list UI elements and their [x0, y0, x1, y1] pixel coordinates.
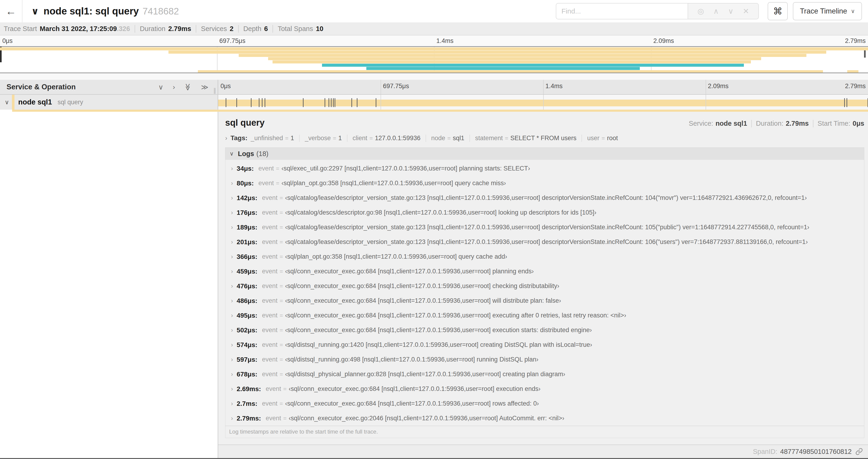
log-row[interactable]: ›597μs:event=‹sql/distsql_running.go:498… — [225, 352, 864, 367]
chevron-right-icon[interactable]: › — [231, 400, 233, 407]
log-row[interactable]: ›495μs:event=‹sql/conn_executor_exec.go:… — [225, 308, 864, 323]
log-row[interactable]: ›502μs:event=‹sql/conn_executor_exec.go:… — [225, 323, 864, 337]
back-button[interactable]: ← — [0, 0, 22, 22]
minimap-canvas[interactable] — [0, 46, 868, 73]
log-field-value: ‹sql/conn_executor_exec.go:2046 [nsql1,c… — [289, 415, 564, 422]
log-row[interactable]: ›574μs:event=‹sql/distsql_running.go:142… — [225, 337, 864, 352]
timeline-axis: 0μs697.75μs1.4ms2.09ms2.79ms — [218, 80, 868, 94]
collapse-all-icon[interactable]: ≫ — [184, 83, 192, 91]
chevron-right-icon[interactable]: › — [231, 224, 233, 231]
log-marker-tick[interactable] — [351, 98, 352, 107]
chevron-right-icon[interactable]: › — [231, 297, 233, 304]
link-icon[interactable] — [856, 448, 863, 455]
tags-row[interactable]: › Tags: _unfinished=1_verbose=1client=12… — [225, 134, 864, 142]
log-row[interactable]: ›476μs:event=‹sql/conn_executor_exec.go:… — [225, 279, 864, 293]
log-marker-tick[interactable] — [844, 98, 845, 107]
keyboard-shortcuts-button[interactable]: ⌘ — [768, 2, 788, 20]
chevron-down-icon[interactable]: ∨ — [229, 151, 234, 157]
log-row[interactable]: ›366μs:event=‹sql/plan_opt.go:358 [nsql1… — [225, 249, 864, 264]
span-detail-title: sql query — [225, 118, 265, 128]
log-marker-tick[interactable] — [303, 98, 304, 107]
log-equals: = — [276, 165, 280, 172]
log-marker-tick[interactable] — [236, 98, 237, 107]
chevron-right-icon[interactable]: › — [231, 239, 233, 245]
find-next-icon[interactable]: ∨ — [728, 7, 733, 15]
span-bar-row[interactable] — [218, 95, 868, 110]
page-title: node sql1: sql query — [43, 6, 138, 17]
chevron-right-icon[interactable]: › — [231, 312, 233, 319]
log-field-value: ‹sql/conn_executor_exec.go:684 [nsql1,cl… — [289, 385, 540, 393]
log-row[interactable]: ›201μs:event=‹sql/catalog/lease/descript… — [225, 235, 864, 249]
log-marker-tick[interactable] — [357, 98, 358, 107]
log-row[interactable]: ›2.7ms:event=‹sql/conn_executor_exec.go:… — [225, 396, 864, 411]
chevron-right-icon[interactable]: › — [231, 268, 233, 275]
chevron-right-icon[interactable]: › — [231, 327, 233, 333]
chevron-right-icon[interactable]: › — [231, 180, 233, 187]
log-row[interactable]: ›2.79ms:event=‹sql/conn_executor_exec.go… — [225, 411, 864, 426]
chevron-right-icon[interactable]: › — [231, 253, 233, 260]
span-name-row[interactable]: ∨ node sql1 sql query — [0, 95, 218, 110]
log-row[interactable]: ›142μs:event=‹sql/catalog/lease/descript… — [225, 191, 864, 205]
log-field-key: event — [262, 400, 277, 407]
log-row[interactable]: ›2.69ms:event=‹sql/conn_executor_exec.go… — [225, 382, 864, 396]
log-marker-tick[interactable] — [226, 98, 226, 107]
tags-label: Tags: — [230, 134, 248, 142]
log-marker-tick[interactable] — [259, 98, 259, 107]
log-row[interactable]: ›80μs:event=‹sql/plan_opt.go:358 [nsql1,… — [225, 176, 864, 191]
chevron-right-icon[interactable]: › — [231, 386, 233, 392]
chevron-right-icon[interactable]: › — [225, 135, 227, 142]
logs-title: Logs — [238, 150, 254, 158]
log-marker-tick[interactable] — [846, 98, 847, 107]
chevron-right-icon[interactable]: › — [231, 165, 233, 172]
log-marker-tick[interactable] — [324, 98, 325, 107]
log-row[interactable]: ›176μs:event=‹sql/catalog/descs/descript… — [225, 205, 864, 220]
log-marker-tick[interactable] — [329, 98, 329, 107]
chevron-right-icon[interactable]: › — [231, 356, 233, 363]
log-field-key: event — [262, 268, 277, 275]
log-row[interactable]: ›678μs:event=‹sql/distsql_physical_plann… — [225, 367, 864, 382]
logs-header[interactable]: ∨ Logs (18) — [225, 147, 864, 160]
minimap-span-bar — [168, 51, 827, 54]
chevron-right-icon[interactable]: › — [231, 371, 233, 378]
log-marker-tick[interactable] — [262, 98, 262, 107]
find-prev-icon[interactable]: ∧ — [713, 7, 719, 15]
log-marker-tick[interactable] — [331, 98, 332, 107]
log-timestamp: 502μs: — [237, 327, 257, 334]
log-row[interactable]: ›459μs:event=‹sql/conn_executor_exec.go:… — [225, 264, 864, 279]
trace-timeline-page: ← ∨ node sql1: sql query 7418682 ◎ ∧ ∨ ✕… — [0, 0, 868, 459]
meta-value: 0μs — [852, 120, 864, 127]
chevron-right-icon[interactable]: › — [231, 415, 233, 422]
trace-collapse-icon[interactable]: ∨ — [31, 6, 39, 17]
locate-icon[interactable]: ◎ — [698, 7, 704, 15]
log-field-value: ‹sql/distsql_running.go:498 [nsql1,clien… — [285, 356, 538, 363]
column-resize-grip[interactable]: ∥ — [213, 87, 216, 94]
chevron-right-icon[interactable]: › — [231, 283, 233, 289]
expand-one-icon[interactable]: › — [173, 83, 175, 91]
log-marker-tick[interactable] — [251, 98, 251, 107]
chevron-right-icon[interactable]: › — [231, 195, 233, 201]
log-marker-tick[interactable] — [265, 98, 265, 107]
expand-all-icon[interactable]: ≫ — [201, 83, 208, 91]
axis-tick-label: 1.4ms — [436, 37, 454, 44]
meta-label: Service: — [689, 120, 713, 127]
axis-tick-label: 697.75μs — [383, 83, 409, 90]
chevron-down-icon[interactable]: ∨ — [5, 99, 9, 106]
find-input[interactable] — [556, 3, 688, 19]
log-marker-tick[interactable] — [376, 98, 376, 107]
log-marker-tick[interactable] — [335, 98, 335, 107]
chevron-right-icon[interactable]: › — [231, 341, 233, 348]
chevron-right-icon[interactable]: › — [231, 209, 233, 216]
axis-tick-label: 2.79ms — [845, 37, 866, 44]
view-select-button[interactable]: Trace Timeline ∨ — [793, 2, 862, 20]
minimap-span-bar — [239, 54, 806, 57]
log-field-key: event — [262, 194, 277, 201]
logs-list: ›34μs:event=‹sql/exec_util.go:2297 [nsql… — [225, 160, 864, 426]
log-row[interactable]: ›34μs:event=‹sql/exec_util.go:2297 [nsql… — [225, 161, 864, 176]
log-marker-tick[interactable] — [333, 98, 334, 107]
collapse-one-icon[interactable]: ∨ — [158, 83, 163, 91]
find-clear-icon[interactable]: ✕ — [743, 7, 749, 15]
spanid-value: 4877749850101760812 — [780, 448, 852, 456]
log-row[interactable]: ›486μs:event=‹sql/conn_executor_exec.go:… — [225, 293, 864, 308]
log-row[interactable]: ›189μs:event=‹sql/catalog/lease/descript… — [225, 220, 864, 235]
log-field-value: ‹sql/distsql_running.go:1420 [nsql1,clie… — [285, 341, 592, 349]
